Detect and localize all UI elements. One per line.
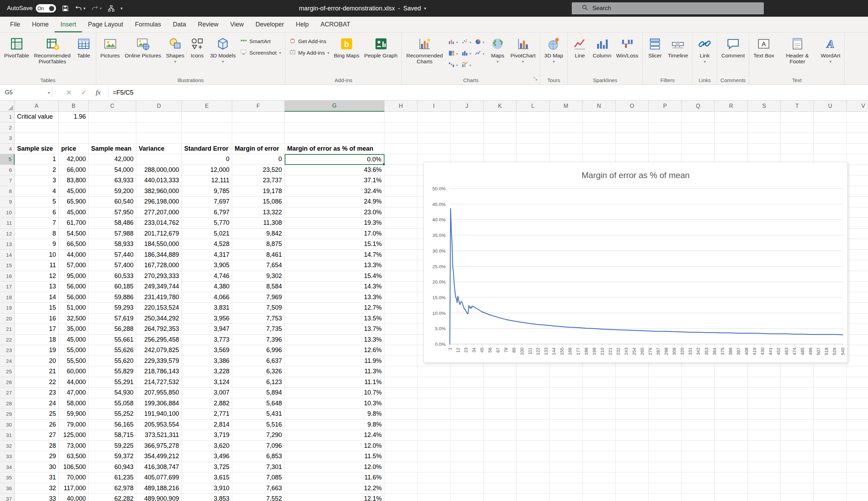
- cell-s25[interactable]: [748, 366, 781, 377]
- cell-g10[interactable]: 23.0%: [285, 207, 384, 218]
- pictures-button[interactable]: Pictures: [98, 34, 122, 59]
- cell-b15[interactable]: 57,000: [59, 260, 89, 271]
- cell-e7[interactable]: 12,111: [182, 175, 232, 186]
- cell-n34[interactable]: [583, 462, 616, 473]
- cell-i33[interactable]: [417, 451, 451, 462]
- cell-e20[interactable]: 3,956: [182, 313, 232, 324]
- timeline-button[interactable]: Timeline: [665, 34, 690, 59]
- pivottable-button[interactable]: PivotTable: [2, 34, 32, 59]
- cell-i37[interactable]: [417, 494, 451, 501]
- cell-e32[interactable]: 3,620: [182, 441, 232, 452]
- cell-h26[interactable]: [384, 377, 417, 388]
- cell-l26[interactable]: [517, 377, 550, 388]
- cell-n27[interactable]: [583, 388, 616, 398]
- cell-i29[interactable]: [417, 409, 451, 420]
- cell-b35[interactable]: 70,000: [59, 472, 89, 483]
- cell-m25[interactable]: [550, 366, 583, 377]
- cell-a23[interactable]: 19: [15, 345, 59, 356]
- cell-i3[interactable]: [417, 133, 451, 144]
- cell-g16[interactable]: 15.4%: [285, 271, 384, 282]
- row-header-4[interactable]: 4: [0, 144, 15, 154]
- column-header-k[interactable]: K: [484, 101, 517, 112]
- cell-q30[interactable]: [682, 420, 715, 430]
- cell-l3[interactable]: [517, 133, 550, 144]
- cell-b36[interactable]: 117,000: [59, 483, 89, 494]
- cell-o1[interactable]: [616, 112, 649, 122]
- formula-bar-handle[interactable]: ⁞: [52, 85, 58, 100]
- cell-v32[interactable]: [847, 441, 868, 452]
- row-header-33[interactable]: 33: [0, 451, 15, 462]
- insert-waterfall-chart-button[interactable]: ▾: [448, 60, 458, 71]
- cell-k3[interactable]: [484, 133, 517, 144]
- cell-o36[interactable]: [616, 483, 649, 494]
- cell-g21[interactable]: 13.7%: [285, 324, 384, 335]
- cell-u35[interactable]: [814, 472, 847, 483]
- cell-n36[interactable]: [583, 483, 616, 494]
- cell-g35[interactable]: 11.6%: [285, 472, 384, 483]
- cell-b6[interactable]: 66,000: [59, 165, 89, 176]
- cell-c32[interactable]: 59,225: [89, 441, 136, 452]
- cell-r28[interactable]: [715, 398, 748, 409]
- cell-u30[interactable]: [814, 420, 847, 430]
- cell-r37[interactable]: [715, 494, 748, 501]
- cell-d31[interactable]: 373,521,311: [136, 430, 182, 441]
- cell-k36[interactable]: [484, 483, 517, 494]
- cell-f5[interactable]: 0: [232, 154, 285, 165]
- cell-b20[interactable]: 32,500: [59, 313, 89, 324]
- cell-h37[interactable]: [384, 494, 417, 501]
- cell-k34[interactable]: [484, 462, 517, 473]
- cell-q2[interactable]: [682, 122, 715, 133]
- cell-r4[interactable]: [715, 144, 748, 154]
- cell-j25[interactable]: [451, 366, 484, 377]
- cell-d24[interactable]: 229,339,579: [136, 356, 182, 367]
- cell-k35[interactable]: [484, 472, 517, 483]
- cell-c25[interactable]: 55,829: [89, 366, 136, 377]
- cell-q31[interactable]: [682, 430, 715, 441]
- cell-h11[interactable]: [384, 218, 417, 229]
- cell-f27[interactable]: 5,894: [232, 388, 285, 398]
- cell-d1[interactable]: [136, 112, 182, 122]
- cell-p27[interactable]: [649, 388, 682, 398]
- cell-s32[interactable]: [748, 441, 781, 452]
- cell-c37[interactable]: 62,282: [89, 494, 136, 501]
- row-header-17[interactable]: 17: [0, 281, 15, 292]
- cell-o3[interactable]: [616, 133, 649, 144]
- cell-r1[interactable]: [715, 112, 748, 122]
- cell-c12[interactable]: 57,988: [89, 229, 136, 239]
- cell-a14[interactable]: 10: [15, 250, 59, 261]
- cell-j26[interactable]: [451, 377, 484, 388]
- cell-j37[interactable]: [451, 494, 484, 501]
- column-header-u[interactable]: U: [814, 101, 847, 112]
- cell-h2[interactable]: [384, 122, 417, 133]
- cell-g31[interactable]: 12.4%: [285, 430, 384, 441]
- cell-m31[interactable]: [550, 430, 583, 441]
- cell-d29[interactable]: 191,940,100: [136, 409, 182, 420]
- cell-b17[interactable]: 56,000: [59, 281, 89, 292]
- cell-a24[interactable]: 20: [15, 356, 59, 367]
- cell-u32[interactable]: [814, 441, 847, 452]
- cell-g8[interactable]: 32.4%: [285, 186, 384, 197]
- cell-e19[interactable]: 3,831: [182, 303, 232, 313]
- cell-l34[interactable]: [517, 462, 550, 473]
- insert-pie-chart-button[interactable]: ▾: [474, 37, 484, 48]
- cell-d22[interactable]: 256,295,458: [136, 335, 182, 345]
- column-header-v[interactable]: V: [847, 101, 868, 112]
- cell-t32[interactable]: [781, 441, 814, 452]
- cell-r3[interactable]: [715, 133, 748, 144]
- tab-insert[interactable]: Insert: [55, 17, 82, 32]
- cell-h17[interactable]: [384, 281, 417, 292]
- cell-h28[interactable]: [384, 398, 417, 409]
- cell-m28[interactable]: [550, 398, 583, 409]
- row-header-16[interactable]: 16: [0, 271, 15, 282]
- cell-g14[interactable]: 14.7%: [285, 250, 384, 261]
- cell-e28[interactable]: 2,882: [182, 398, 232, 409]
- cell-h7[interactable]: [384, 175, 417, 186]
- cell-f18[interactable]: 7,969: [232, 292, 285, 303]
- cell-m2[interactable]: [550, 122, 583, 133]
- cell-k33[interactable]: [484, 451, 517, 462]
- cell-n2[interactable]: [583, 122, 616, 133]
- cell-f30[interactable]: 5,516: [232, 420, 285, 430]
- cell-a5[interactable]: 1: [15, 154, 59, 165]
- cell-g1[interactable]: [285, 112, 384, 122]
- cell-n1[interactable]: [583, 112, 616, 122]
